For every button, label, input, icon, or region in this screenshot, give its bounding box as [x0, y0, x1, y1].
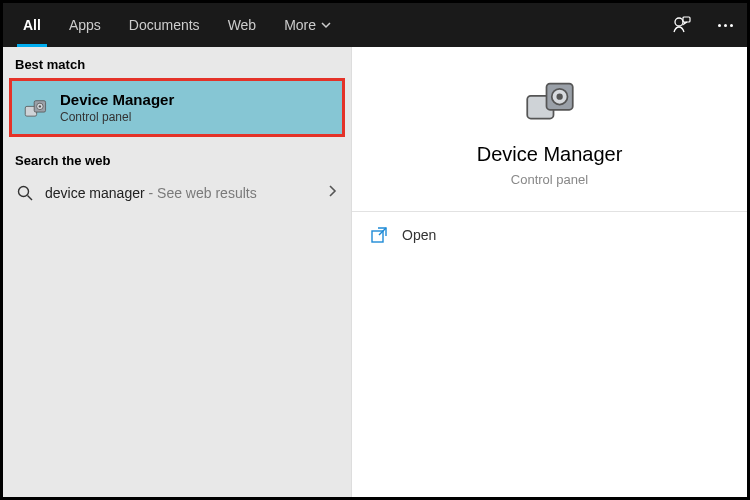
chevron-right-icon — [327, 184, 337, 202]
best-match-subtitle: Control panel — [60, 110, 174, 124]
tab-web[interactable]: Web — [214, 3, 271, 47]
search-icon — [17, 185, 33, 201]
tab-more[interactable]: More — [270, 3, 345, 47]
content-body: Best match Device Manager Control panel … — [3, 47, 747, 497]
tab-all[interactable]: All — [9, 3, 55, 47]
more-options-icon[interactable] — [703, 3, 747, 47]
detail-title: Device Manager — [477, 143, 623, 166]
svg-rect-1 — [683, 17, 690, 22]
search-window: All Apps Documents Web More Best match — [0, 0, 750, 500]
best-match-item[interactable]: Device Manager Control panel — [9, 78, 345, 137]
web-result-suffix: - See web results — [145, 185, 257, 201]
detail-subtitle: Control panel — [511, 172, 588, 187]
open-label: Open — [402, 227, 436, 243]
open-action[interactable]: Open — [352, 212, 747, 258]
search-web-heading: Search the web — [3, 143, 351, 174]
open-icon — [370, 226, 388, 244]
tab-more-label: More — [284, 17, 316, 33]
tab-documents-label: Documents — [129, 17, 200, 33]
tab-apps[interactable]: Apps — [55, 3, 115, 47]
web-result-text: device manager - See web results — [45, 185, 315, 201]
web-result-query: device manager — [45, 185, 145, 201]
device-manager-large-icon — [522, 73, 578, 129]
best-match-title: Device Manager — [60, 91, 174, 108]
svg-point-5 — [39, 105, 41, 107]
results-panel: Best match Device Manager Control panel … — [3, 47, 351, 497]
chevron-down-icon — [321, 17, 331, 33]
svg-point-6 — [19, 187, 29, 197]
web-result-item[interactable]: device manager - See web results — [3, 174, 351, 212]
svg-line-7 — [28, 196, 33, 201]
tab-apps-label: Apps — [69, 17, 101, 33]
feedback-icon[interactable] — [659, 3, 703, 47]
detail-header: Device Manager Control panel — [352, 47, 747, 212]
tab-all-label: All — [23, 17, 41, 33]
device-manager-icon — [22, 95, 48, 121]
svg-point-0 — [675, 18, 683, 26]
tab-documents[interactable]: Documents — [115, 3, 214, 47]
topbar-spacer — [345, 3, 659, 47]
top-tab-bar: All Apps Documents Web More — [3, 3, 747, 47]
best-match-heading: Best match — [3, 47, 351, 78]
svg-point-11 — [556, 93, 562, 99]
detail-panel: Device Manager Control panel Open — [351, 47, 747, 497]
best-match-text: Device Manager Control panel — [60, 91, 174, 124]
tab-web-label: Web — [228, 17, 257, 33]
